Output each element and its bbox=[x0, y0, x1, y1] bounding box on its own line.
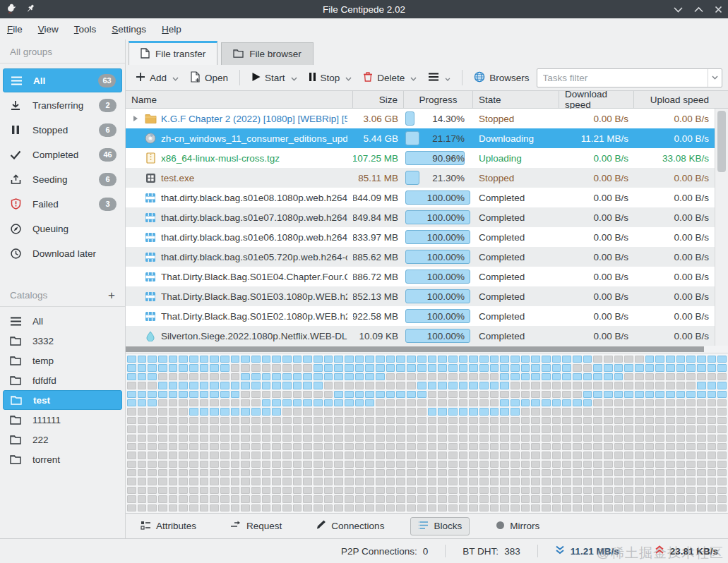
minimize-button[interactable] bbox=[674, 6, 683, 13]
task-name: That.Dirty.Black.Bag.S01E04.Chapter.Four… bbox=[161, 272, 347, 282]
table-row[interactable]: test.exe85.11 MB21.30%Stopped0.00 B/s0.0… bbox=[126, 168, 715, 188]
column-header-upload-speed[interactable]: Upload speed bbox=[634, 91, 715, 108]
plus-icon bbox=[136, 72, 145, 84]
catalog-item-222[interactable]: 222 bbox=[3, 430, 122, 449]
column-header-progress[interactable]: Progress bbox=[404, 91, 473, 108]
open-button[interactable]: Open bbox=[186, 68, 232, 87]
task-name: x86_64-linux-musl-cross.tgz bbox=[161, 153, 280, 164]
expand-arrow-icon[interactable] bbox=[131, 116, 140, 121]
pin-icon[interactable] bbox=[25, 4, 35, 16]
catalog-item-torrent[interactable]: torrent bbox=[3, 449, 122, 469]
catalog-item-temp[interactable]: temp bbox=[3, 351, 122, 370]
task-size: 85.11 MB bbox=[353, 168, 404, 188]
sidebar-item-transferring[interactable]: Transferring2 bbox=[3, 93, 122, 117]
table-row[interactable]: that.dirty.black.bag.s01e06.1080p.web.h2… bbox=[126, 227, 715, 247]
catalog-item-3332[interactable]: 3332 bbox=[3, 331, 122, 351]
table-row[interactable]: That.Dirty.Black.Bag.S01E03.1080p.WEB.h2… bbox=[126, 286, 715, 306]
task-download-speed: 0.00 B/s bbox=[559, 148, 634, 168]
task-state: Completed bbox=[473, 247, 559, 267]
p2p-connections: P2P Connections: 0 bbox=[341, 546, 428, 557]
folder-outline-icon bbox=[9, 395, 23, 405]
global-upload-speed: 23.81 KB/s bbox=[655, 545, 718, 557]
sidebar-item-seeding[interactable]: Seeding6 bbox=[3, 167, 122, 191]
detail-tab-request[interactable]: Request bbox=[222, 517, 290, 535]
table-row[interactable]: x86_64-linux-musl-cross.tgz107.25 MB90.9… bbox=[126, 148, 715, 168]
task-state: Completed bbox=[473, 267, 559, 286]
sidebar-item-completed[interactable]: Completed46 bbox=[3, 143, 122, 167]
menu-tools[interactable]: Tools bbox=[74, 24, 97, 35]
sidebar-item-queuing[interactable]: Queuing bbox=[3, 217, 122, 241]
sidebar-item-download-later[interactable]: Download later bbox=[3, 241, 122, 265]
statusbar: P2P Connections: 0 BT DHT: 383 11.21 MB/… bbox=[0, 538, 728, 563]
task-size: 833.97 MB bbox=[353, 227, 404, 247]
task-upload-speed: 0.00 B/s bbox=[634, 188, 715, 207]
vertical-scrollbar[interactable] bbox=[715, 109, 728, 346]
task-progress: 21.30% bbox=[404, 168, 473, 188]
table-row[interactable]: zh-cn_windows_11_consumer_editions_upd··… bbox=[126, 128, 715, 148]
task-state: Completed bbox=[473, 306, 559, 326]
table-row[interactable]: K.G.F Chapter 2 (2022) [1080p] [WEBRip] … bbox=[126, 109, 715, 128]
tasks-filter-input[interactable] bbox=[537, 73, 708, 83]
catalog-item-fdfdfd[interactable]: fdfdfd bbox=[3, 370, 122, 390]
delete-button[interactable]: Delete bbox=[359, 68, 421, 87]
column-header-state[interactable]: State bbox=[473, 91, 559, 108]
vertical-scrollbar-thumb[interactable] bbox=[717, 111, 726, 172]
task-name: that.dirty.black.bag.s01e07.1080p.web.h2… bbox=[161, 212, 347, 223]
table-row[interactable]: That.Dirty.Black.Bag.S01E02.1080p.WEB.h2… bbox=[126, 306, 715, 326]
detail-tab-mirrors[interactable]: Mirrors bbox=[488, 517, 547, 535]
shield-alert-icon bbox=[8, 198, 23, 210]
menu-help[interactable]: Help bbox=[162, 24, 181, 35]
task-name: that.dirty.black.bag.s01e08.1080p.web.h2… bbox=[161, 193, 347, 203]
horizontal-scrollbar[interactable] bbox=[126, 346, 728, 353]
close-button[interactable] bbox=[715, 6, 722, 13]
more-menu-button[interactable] bbox=[424, 70, 455, 86]
sidebar-item-failed[interactable]: Failed3 bbox=[3, 192, 122, 216]
blocks-icon bbox=[418, 521, 429, 532]
add-catalog-button[interactable]: + bbox=[108, 291, 115, 300]
pause-icon bbox=[309, 72, 316, 84]
table-row[interactable]: that.dirty.black.bag.s01e08.1080p.web.h2… bbox=[126, 188, 715, 207]
detail-tab-connections[interactable]: Connections bbox=[308, 516, 392, 535]
folder-outline-icon bbox=[8, 336, 23, 346]
task-upload-speed: 0.00 B/s bbox=[634, 109, 715, 128]
start-button[interactable]: Start bbox=[247, 69, 302, 87]
sidebar: All groups All63Transferring2Stopped6Com… bbox=[0, 40, 126, 538]
task-state: Downloading bbox=[473, 128, 559, 148]
table-row[interactable]: that.dirty.black.bag.s01e07.1080p.web.h2… bbox=[126, 207, 715, 227]
window-title: File Centipede 2.02 bbox=[0, 4, 728, 15]
column-header-download-speed[interactable]: Download speed bbox=[559, 91, 634, 108]
tab-file-transfer[interactable]: File transfer bbox=[129, 41, 217, 65]
catalog-item-111111[interactable]: 111111 bbox=[3, 410, 122, 430]
task-size: 922.58 MB bbox=[353, 306, 404, 326]
table-row[interactable]: that.dirty.black.bag.s01e05.720p.web.h26… bbox=[126, 247, 715, 267]
chevron-down-icon bbox=[410, 73, 417, 83]
table-row[interactable]: Silverton.Siege.2022.1080p.Netflix.WEB-D… bbox=[126, 326, 715, 346]
sidebar-item-all[interactable]: All63 bbox=[3, 68, 122, 92]
catalog-item-test[interactable]: test bbox=[3, 390, 122, 410]
catalog-item-all[interactable]: All bbox=[3, 311, 122, 331]
task-upload-speed: 0.00 B/s bbox=[634, 128, 715, 148]
table-row[interactable]: That.Dirty.Black.Bag.S01E04.Chapter.Four… bbox=[126, 267, 715, 286]
tasks-filter-box bbox=[537, 68, 722, 87]
detail-tab-attributes[interactable]: Attributes bbox=[133, 517, 204, 535]
task-name: zh-cn_windows_11_consumer_editions_upd··… bbox=[161, 133, 347, 144]
tab-file-browser[interactable]: File browser bbox=[221, 42, 314, 65]
filter-dropdown-button[interactable] bbox=[708, 69, 722, 87]
film-icon bbox=[144, 311, 157, 322]
horizontal-scrollbar-thumb[interactable] bbox=[126, 346, 704, 352]
stop-button[interactable]: Stop bbox=[304, 69, 357, 87]
column-header-name[interactable]: Name bbox=[126, 91, 353, 108]
compass-icon bbox=[8, 224, 23, 234]
menu-view[interactable]: View bbox=[38, 24, 59, 35]
sidebar-item-stopped[interactable]: Stopped6 bbox=[3, 118, 122, 142]
maximize-button[interactable] bbox=[694, 6, 703, 13]
browsers-button[interactable]: Browsers bbox=[470, 68, 533, 87]
main-tabs: File transferFile browser bbox=[126, 40, 728, 65]
menu-settings[interactable]: Settings bbox=[112, 24, 146, 35]
column-header-size[interactable]: Size bbox=[353, 91, 404, 108]
add-button[interactable]: Add bbox=[131, 69, 183, 87]
pause-icon bbox=[8, 125, 23, 135]
menu-file[interactable]: File bbox=[7, 24, 23, 35]
detail-tab-blocks[interactable]: Blocks bbox=[410, 517, 470, 535]
progress-label: 100.00% bbox=[427, 188, 465, 207]
